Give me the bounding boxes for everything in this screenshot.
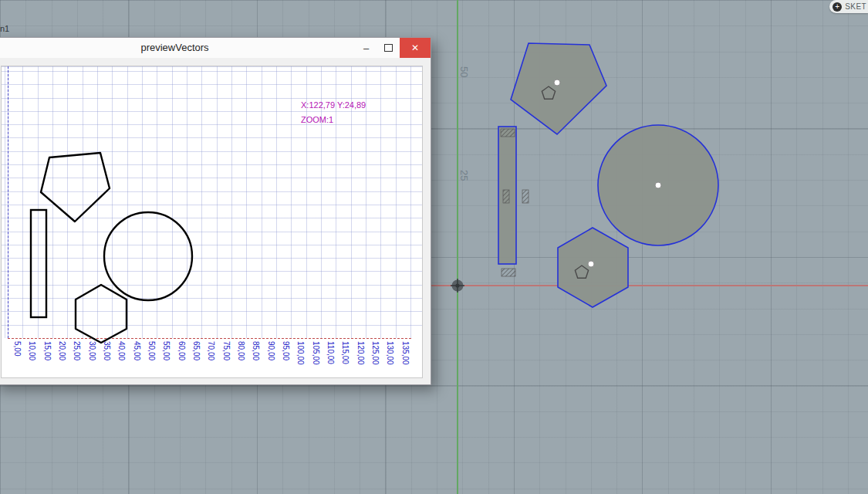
cursor-position: X:122,79 Y:24,89 [301,98,366,113]
tick-label: 15,00 [43,341,52,360]
tick-label: 25,00 [73,341,81,360]
plus-circle-icon: + [833,2,842,12]
tick-label: 40,00 [117,341,126,360]
tick-label: 125,00 [371,341,380,365]
center-point[interactable] [554,80,560,86]
tick-label: 35,00 [103,341,111,360]
preview-window-titlebar[interactable]: previewVectors – ✕ [0,38,431,58]
tick-label: 135,00 [401,341,410,365]
tick-label: 95,00 [282,341,290,360]
tick-label: 50,00 [147,341,156,360]
sketch-hexagon[interactable] [558,228,628,307]
zoom-level: ZOOM:1 [301,113,366,127]
hatch-marker-icon [522,190,529,203]
tick-label: 85,00 [252,341,260,360]
tick-label: 105,00 [312,341,320,365]
hatch-marker-icon [503,190,509,203]
sketch-palette-label: SKET [845,2,866,11]
tick-label: 80,00 [237,341,245,360]
tick-label: 70,00 [207,341,215,360]
tick-label: 115,00 [341,341,350,364]
hatch-marker-icon [501,129,515,137]
window-title: previewVectors [0,38,355,58]
preview-hexagon [76,285,127,343]
preview-canvas[interactable]: X:122,79 Y:24,89 ZOOM:1 5,0010,0015,0020… [1,66,423,378]
tick-label: 110,00 [326,341,335,364]
tick-label: 30,00 [88,341,96,360]
origin-marker[interactable] [451,279,464,293]
hatch-marker-icon [502,269,515,276]
tick-label: 20,00 [58,341,66,360]
tick-label: 100,00 [296,341,305,365]
tick-label: 10,00 [28,341,36,360]
sketch-pentagon[interactable] [511,43,606,134]
tick-label: 60,00 [177,341,186,360]
center-point[interactable] [588,261,594,267]
browser-label-fragment: n1 [0,24,9,33]
close-button[interactable]: ✕ [400,38,431,58]
tick-label: 55,00 [162,341,171,360]
maximize-button[interactable] [377,38,400,58]
preview-window[interactable]: previewVectors – ✕ X:122,79 Y:24,89 ZOOM… [0,37,431,385]
preview-circle [104,212,192,300]
tick-label: 5,00 [13,341,22,356]
tick-label: 90,00 [267,341,275,360]
tick-label: 45,00 [133,341,141,360]
minimize-button[interactable]: – [355,38,377,58]
preview-pentagon [41,153,110,222]
center-point[interactable] [655,182,661,188]
sketch-palette-button[interactable]: + SKET [829,0,868,13]
tick-label: 65,00 [192,341,201,360]
tick-label: 130,00 [386,341,394,365]
preview-rectangle [31,210,46,317]
tick-label: 75,00 [222,341,231,360]
tick-label: 120,00 [356,341,365,365]
coordinate-readout: X:122,79 Y:24,89 ZOOM:1 [301,98,366,127]
maximize-icon [384,44,393,52]
